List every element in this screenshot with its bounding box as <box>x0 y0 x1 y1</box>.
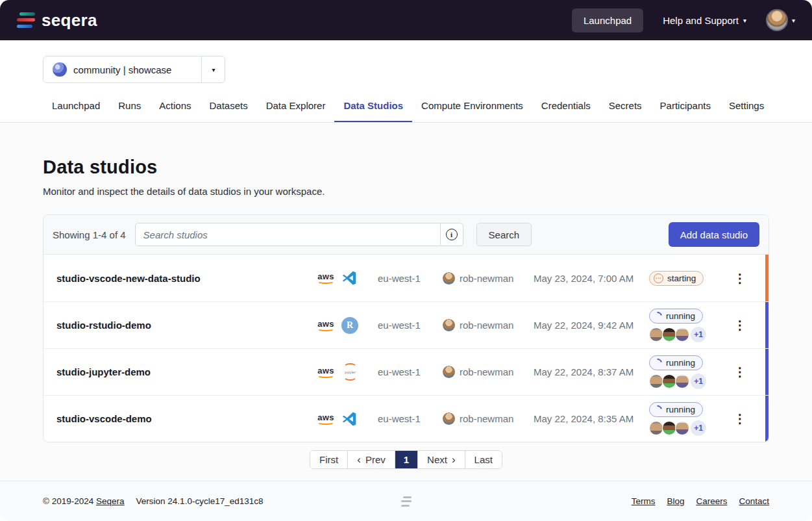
kebab-menu-icon[interactable]: ⋮ <box>734 366 746 378</box>
copyright-text: © 2019-2024 Seqera <box>43 496 125 506</box>
status-badge: running <box>649 355 703 370</box>
studio-name[interactable]: studio-jupyter-demo <box>56 366 316 377</box>
user-avatar <box>766 9 788 31</box>
brand-name: seqera <box>42 10 97 31</box>
studio-row[interactable]: studio-vscode-new-data-studio aws eu-wes… <box>43 255 769 301</box>
studio-row[interactable]: studio-vscode-demo aws eu-west-1 rob-new… <box>43 395 769 442</box>
tab-participants[interactable]: Participants <box>651 100 720 122</box>
launchpad-button[interactable]: Launchpad <box>572 8 643 32</box>
aws-icon: aws <box>316 272 336 284</box>
pagination-prev[interactable]: ‹ Prev <box>348 451 395 468</box>
studio-created-date: May 22, 2024, 8:35 AM <box>534 413 649 424</box>
aws-icon: aws <box>316 320 336 331</box>
aws-swoosh <box>317 279 334 284</box>
status-badge: running <box>649 309 703 324</box>
search-info-button[interactable]: i <box>440 223 463 246</box>
studio-region: eu-west-1 <box>378 366 443 377</box>
member-avatar <box>675 421 689 435</box>
rstudio-icon: R <box>341 317 358 334</box>
kebab-menu-icon[interactable]: ⋮ <box>734 413 746 425</box>
status-color-bar <box>765 349 769 395</box>
tab-actions[interactable]: Actions <box>150 100 200 122</box>
chevron-down-icon: ▾ <box>212 66 215 73</box>
studios-toolbar: Showing 1-4 of 4 i Search Add data studi… <box>43 215 769 255</box>
row-menu: ⋮ <box>722 319 758 331</box>
studio-name[interactable]: studio-rstudio-demo <box>56 320 316 331</box>
help-and-support-menu[interactable]: Help and Support ▾ <box>663 15 746 26</box>
tab-credentials[interactable]: Credentials <box>532 100 600 122</box>
app-window: seqera Launchpad Help and Support ▾ ▾ co… <box>0 0 812 521</box>
search-button[interactable]: Search <box>476 223 532 246</box>
studio-row[interactable]: studio-jupyter-demo aws jupyter eu-west-… <box>43 348 769 395</box>
pagination-next[interactable]: Next › <box>418 451 465 468</box>
pagination-page-1[interactable]: 1 <box>395 451 418 468</box>
tab-datasets[interactable]: Datasets <box>200 100 256 122</box>
extra-members-badge[interactable]: +1 <box>691 327 706 342</box>
studio-status: running +1 <box>649 309 722 342</box>
studio-name[interactable]: studio-vscode-demo <box>56 413 316 424</box>
studio-region: eu-west-1 <box>378 273 443 284</box>
studio-icons: aws jupyter <box>316 363 378 381</box>
seqera-logo-icon <box>17 12 35 29</box>
kebab-menu-icon[interactable]: ⋮ <box>734 272 746 285</box>
studio-icons: aws R <box>316 317 378 334</box>
tab-runs[interactable]: Runs <box>109 100 150 122</box>
tab-data-studios[interactable]: Data Studios <box>334 100 412 122</box>
studios-panel: Showing 1-4 of 4 i Search Add data studi… <box>43 214 769 442</box>
pagination-last[interactable]: Last <box>465 451 502 468</box>
status-label: running <box>666 405 695 414</box>
spinner-icon <box>652 357 663 368</box>
footer: © 2019-2024 Seqera Version 24.1.0-cycle1… <box>0 481 812 521</box>
tab-secrets[interactable]: Secrets <box>600 100 651 122</box>
studio-created-date: May 22, 2024, 9:42 AM <box>534 320 649 331</box>
workspace-name: community | showcase <box>73 64 171 75</box>
row-menu: ⋮ <box>722 413 758 425</box>
status-label: running <box>666 358 695 368</box>
careers-link[interactable]: Careers <box>696 496 727 506</box>
studio-region: eu-west-1 <box>378 413 443 424</box>
member-avatar <box>649 374 663 388</box>
pagination-first[interactable]: First <box>310 451 348 468</box>
contact-link[interactable]: Contact <box>739 496 769 506</box>
kebab-menu-icon[interactable]: ⋮ <box>734 319 746 331</box>
blog-link[interactable]: Blog <box>667 496 684 506</box>
showing-count: Showing 1-4 of 4 <box>53 229 126 240</box>
status-badge: ... starting <box>649 271 704 286</box>
seqera-link[interactable]: Seqera <box>96 496 125 506</box>
workspace-selector[interactable]: community | showcase ▾ <box>43 56 225 83</box>
tab-data-explorer[interactable]: Data Explorer <box>257 100 335 122</box>
studio-row[interactable]: studio-rstudio-demo aws R eu-west-1 rob-… <box>43 301 769 348</box>
tab-compute-environments[interactable]: Compute Environments <box>412 100 532 122</box>
prev-label: Prev <box>365 454 386 465</box>
search-input[interactable] <box>135 223 440 246</box>
aws-swoosh <box>317 374 334 378</box>
extra-members-badge[interactable]: +1 <box>691 420 706 436</box>
aws-swoosh <box>317 327 334 331</box>
terms-link[interactable]: Terms <box>632 496 656 506</box>
seqera-logo[interactable]: seqera <box>17 10 97 31</box>
chevron-right-icon: › <box>452 454 456 465</box>
studio-region: eu-west-1 <box>378 320 443 331</box>
username: rob-newman <box>460 366 513 377</box>
studio-name[interactable]: studio-vscode-new-data-studio <box>56 273 316 284</box>
tab-settings[interactable]: Settings <box>720 100 773 122</box>
studio-icons: aws <box>316 411 378 427</box>
aws-icon: aws <box>316 366 336 378</box>
workspace-dropdown-toggle[interactable]: ▾ <box>201 57 225 83</box>
workspace-selected: community | showcase <box>43 57 201 83</box>
footer-left: © 2019-2024 Seqera Version 24.1.0-cycle1… <box>43 496 263 506</box>
extra-members-badge[interactable]: +1 <box>691 374 706 389</box>
vscode-icon <box>341 270 357 286</box>
user-menu[interactable]: ▾ <box>766 9 795 31</box>
studio-user: rob-newman <box>443 272 534 285</box>
row-menu: ⋮ <box>722 366 758 378</box>
workspace-tabs: Launchpad Runs Actions Datasets Data Exp… <box>43 100 812 122</box>
aws-swoosh <box>317 420 334 425</box>
tab-launchpad[interactable]: Launchpad <box>43 100 109 122</box>
studio-created-date: May 23, 2024, 7:00 AM <box>534 273 649 284</box>
navbar-actions: Launchpad Help and Support ▾ ▾ <box>572 8 795 32</box>
member-avatar <box>649 421 663 435</box>
member-avatar <box>662 421 676 435</box>
studio-status: running +1 <box>649 355 722 389</box>
add-data-studio-button[interactable]: Add data studio <box>669 222 759 247</box>
